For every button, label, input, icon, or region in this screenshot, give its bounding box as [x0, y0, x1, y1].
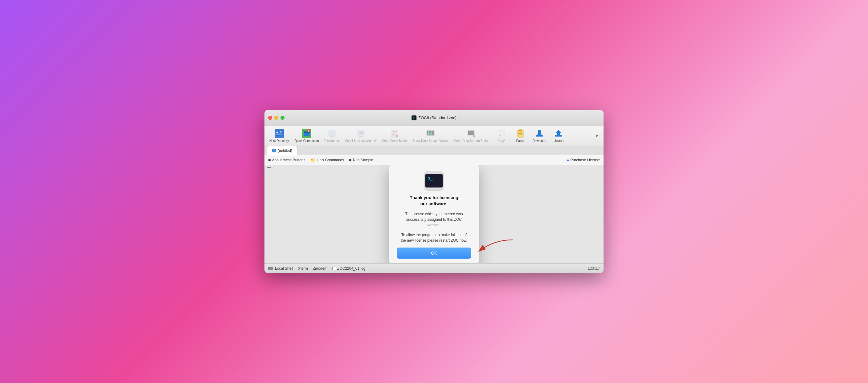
bookmark-about-buttons[interactable]: ■ About these Buttons	[268, 158, 306, 163]
download-icon	[535, 129, 544, 138]
disconnect-icon	[327, 129, 337, 138]
host-directory-label: Host Directory	[270, 139, 289, 143]
unix-commands-icon: 📁	[310, 158, 316, 163]
scroll-back-label: Scroll Back as Window	[345, 139, 377, 143]
svg-rect-46	[538, 130, 541, 134]
scroll-back-button[interactable]: Scroll Back as Window	[343, 128, 379, 144]
statusbar: Local Shell Xterm Zmodem ZOC2204_01.log …	[265, 263, 603, 273]
svg-marker-51	[556, 130, 561, 133]
tab-icon	[272, 149, 276, 152]
main-content: $_ Thank you for licensingour software! …	[265, 165, 603, 263]
status-connection: Local Shell	[268, 266, 293, 271]
svg-text:Z: Z	[280, 131, 282, 134]
show-data-stream-label: Show Data Stream Viewer	[412, 139, 448, 143]
disconnect-button[interactable]: Disconnect	[322, 128, 342, 144]
status-protocol: Zmodem	[313, 266, 327, 271]
bookmark-run-sample[interactable]: ■ Run Sample	[349, 158, 373, 163]
svg-rect-16	[358, 131, 364, 135]
show-data-stream-icon: 010 110	[426, 129, 435, 138]
download-button[interactable]: Download	[530, 128, 549, 144]
dialog-title: Thank you for licensingour software!	[410, 195, 458, 207]
toolbar-more-button[interactable]: »	[593, 132, 601, 140]
dialog-ok-button[interactable]: OK	[397, 247, 471, 258]
paste-button[interactable]: Paste	[511, 128, 530, 144]
close-button[interactable]	[268, 116, 272, 120]
clear-scroll-icon	[390, 129, 399, 138]
svg-point-9	[307, 129, 310, 132]
copy-button[interactable]: Copy	[492, 128, 510, 144]
svg-rect-12	[329, 131, 335, 135]
titlebar: $_ ZOC8 (Standard.zoc)	[265, 110, 603, 126]
quick-connection-icon: !	[302, 129, 311, 138]
svg-rect-41	[518, 130, 523, 132]
dialog-body-primary: The license which you entered wassuccess…	[405, 211, 463, 228]
maximize-button[interactable]	[280, 116, 284, 120]
bookmark-unix-commands[interactable]: 📁 Unix Commands	[310, 158, 344, 163]
svg-text:110: 110	[428, 133, 432, 136]
host-directory-icon: A Z	[275, 129, 284, 138]
clear-data-stream-button[interactable]: 010 Clear Data Stream Buffer	[452, 128, 491, 144]
svg-rect-48	[536, 136, 543, 137]
purchase-license-icon: ●	[566, 158, 569, 163]
upload-label: Upload	[554, 139, 563, 143]
window-app-icon: $_	[411, 115, 416, 120]
svg-text:A: A	[276, 131, 278, 134]
quick-connection-button[interactable]: ! Quick Connection	[292, 128, 321, 144]
arrow-pointer	[475, 238, 516, 255]
tabbar: (untitled)	[265, 146, 603, 155]
license-dialog: $_ Thank you for licensingour software! …	[389, 165, 479, 263]
svg-rect-5	[276, 136, 280, 136]
paste-label: Paste	[516, 139, 524, 143]
svg-rect-4	[276, 135, 282, 135]
quick-connection-label: Quick Connection	[294, 139, 319, 143]
svg-rect-0	[275, 129, 284, 138]
copy-icon	[497, 129, 506, 138]
clear-data-stream-label: Clear Data Stream Buffer	[454, 139, 489, 143]
show-data-stream-button[interactable]: 010 110 Show Data Stream Viewer	[410, 128, 451, 144]
svg-rect-52	[555, 136, 562, 137]
clear-scroll-label: Clear Scroll Buffer	[382, 139, 407, 143]
copy-label: Copy	[497, 139, 504, 143]
upload-icon	[554, 129, 563, 138]
dialog-body-secondary: To allow the program to make full use of…	[401, 232, 467, 243]
main-tab[interactable]: (untitled)	[267, 146, 298, 155]
connection-icon	[268, 267, 273, 270]
bookmarkbar: ■ About these Buttons 📁 Unix Commands ■ …	[265, 155, 603, 165]
traffic-lights	[268, 116, 284, 120]
window-title: $_ ZOC8 (Standard.zoc)	[411, 115, 457, 120]
scroll-back-icon	[356, 129, 366, 138]
run-sample-icon: ■	[349, 158, 351, 163]
minimize-button[interactable]	[274, 116, 278, 120]
status-dimensions: 123x17	[588, 266, 600, 271]
svg-text:010: 010	[469, 132, 473, 134]
disconnect-label: Disconnect	[324, 139, 339, 143]
dialog-app-icon: $_	[424, 171, 444, 190]
download-label: Download	[533, 139, 546, 143]
log-checkbox[interactable]	[332, 267, 336, 270]
host-directory-button[interactable]: A Z Host Directory	[267, 128, 291, 144]
status-emulation: Xterm	[298, 266, 308, 271]
upload-button[interactable]: Upload	[549, 128, 568, 144]
clear-data-stream-icon: 010	[467, 129, 476, 138]
main-window: $_ ZOC8 (Standard.zoc) A Z Host Director…	[265, 110, 603, 273]
bookmark-purchase-license[interactable]: ● Purchase License	[566, 158, 600, 163]
toolbar: A Z Host Directory ! Quick	[265, 126, 603, 146]
about-buttons-icon: ■	[268, 158, 271, 163]
paste-icon	[516, 129, 525, 138]
clear-scroll-button[interactable]: Clear Scroll Buffer	[379, 128, 409, 144]
svg-text:!: !	[308, 130, 309, 132]
dialog-overlay: $_ Thank you for licensingour software! …	[265, 165, 603, 263]
dialog-terminal-icon: $_	[425, 174, 443, 187]
status-log: ZOC2204_01.log	[332, 266, 365, 271]
